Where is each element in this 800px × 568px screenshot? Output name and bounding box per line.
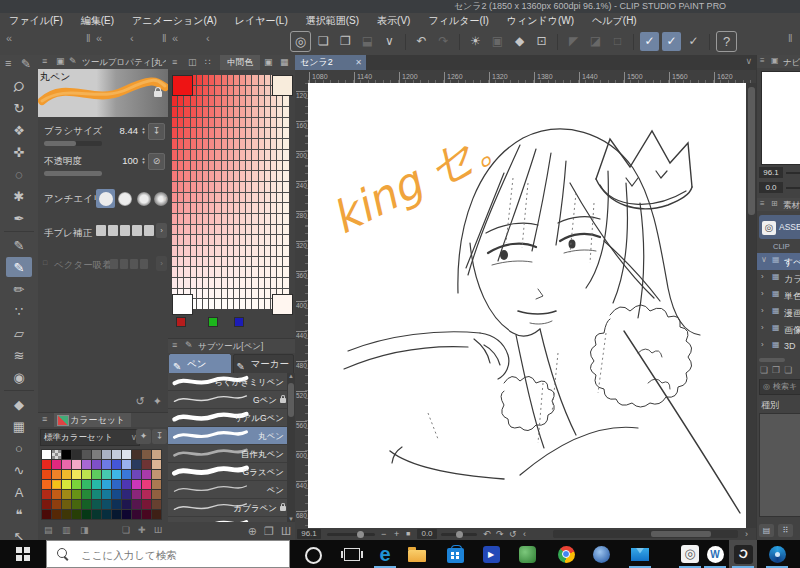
intermediate-color-cell[interactable] — [240, 128, 245, 138]
intermediate-color-cell[interactable] — [178, 214, 183, 224]
collapse-left-icon[interactable]: ‹ — [523, 528, 526, 540]
intermediate-color-cell[interactable] — [197, 86, 202, 96]
intermediate-color-cell[interactable] — [215, 225, 220, 235]
intermediate-color-cell[interactable] — [234, 214, 239, 224]
intermediate-color-cell[interactable] — [184, 278, 189, 288]
reset-defaults-icon[interactable]: ↺ — [136, 395, 145, 408]
color-swatch[interactable] — [62, 490, 71, 499]
intermediate-color-cell[interactable] — [191, 161, 196, 171]
intermediate-color-cell[interactable] — [277, 267, 282, 277]
intermediate-color-cell[interactable] — [178, 225, 183, 235]
intermediate-color-cell[interactable] — [277, 128, 282, 138]
menu-item[interactable]: レイヤー(L) — [226, 13, 297, 28]
intermediate-color-cell[interactable] — [277, 246, 282, 256]
intermediate-color-cell[interactable] — [240, 107, 245, 117]
color-swatch[interactable] — [142, 490, 151, 499]
intermediate-color-cell[interactable] — [271, 278, 276, 288]
green-swatch[interactable] — [208, 317, 218, 327]
color-swatch[interactable] — [152, 460, 161, 469]
color-swatch[interactable] — [102, 460, 111, 469]
subtool-item[interactable]: Gラスペン — [168, 463, 287, 481]
intermediate-color-cell[interactable] — [265, 235, 270, 245]
intermediate-color-cell[interactable] — [265, 214, 270, 224]
intermediate-color-cell[interactable] — [222, 278, 227, 288]
intermediate-color-cell[interactable] — [215, 139, 220, 149]
fill-icon[interactable]: ◆ — [510, 32, 529, 51]
intermediate-color-cell[interactable] — [283, 118, 288, 128]
intermediate-color-cell[interactable] — [209, 75, 214, 85]
intermediate-color-cell[interactable] — [240, 225, 245, 235]
intermediate-color-cell[interactable] — [222, 193, 227, 203]
intermediate-color-cell[interactable] — [172, 161, 177, 171]
color-swatch[interactable] — [142, 450, 151, 459]
intermediate-color-cell[interactable] — [222, 214, 227, 224]
intermediate-color-cell[interactable] — [197, 299, 202, 309]
lock-icon[interactable] — [154, 91, 162, 97]
vector-snap-checkbox[interactable]: □ — [43, 259, 47, 266]
color-swatch[interactable] — [142, 480, 151, 489]
intermediate-color-cell[interactable] — [259, 289, 264, 299]
intermediate-color-cell[interactable] — [252, 107, 257, 117]
blue-swatch[interactable] — [234, 317, 244, 327]
intermediate-color-cell[interactable] — [222, 86, 227, 96]
intermediate-color-cell[interactable] — [283, 96, 288, 106]
help-icon[interactable]: ? — [716, 31, 737, 52]
intermediate-color-cell[interactable] — [265, 289, 270, 299]
intermediate-color-cell[interactable] — [178, 182, 183, 192]
open-file-icon[interactable]: ❐ — [336, 32, 355, 51]
delete-subtool-icon[interactable]: Ш — [281, 525, 291, 538]
intermediate-color-cell[interactable] — [259, 128, 264, 138]
intermediate-color-cell[interactable] — [228, 139, 233, 149]
color-swatch[interactable] — [152, 500, 161, 509]
color-swatch[interactable] — [72, 470, 81, 479]
menu-item[interactable]: ヘルプ(H) — [583, 13, 646, 28]
intermediate-color-cell[interactable] — [209, 235, 214, 245]
intermediate-color-cell[interactable] — [172, 171, 177, 181]
intermediate-color-cell[interactable] — [271, 128, 276, 138]
wrench-icon[interactable]: ✦ — [136, 429, 151, 444]
intermediate-color-cell[interactable] — [209, 267, 214, 277]
intermediate-color-cell[interactable] — [178, 171, 183, 181]
intermediate-color-cell[interactable] — [228, 299, 233, 309]
collapse-chevron-icon[interactable]: « — [172, 32, 178, 44]
move-tool[interactable]: ✜ — [0, 141, 38, 163]
intermediate-color-cell[interactable] — [228, 289, 233, 299]
intermediate-color-cell[interactable] — [234, 171, 239, 181]
intermediate-color-cell[interactable] — [234, 289, 239, 299]
brush-size-preset-button[interactable]: ↧ — [148, 123, 165, 140]
intermediate-color-cell[interactable] — [197, 139, 202, 149]
intermediate-color-cell[interactable] — [184, 139, 189, 149]
color-swatch[interactable] — [102, 480, 111, 489]
intermediate-color-cell[interactable] — [271, 225, 276, 235]
intermediate-color-cell[interactable] — [228, 203, 233, 213]
collapse-chevron-icon[interactable]: « — [6, 32, 12, 44]
intermediate-color-cell[interactable] — [246, 214, 251, 224]
material-search-field[interactable]: ◎検索キ — [759, 379, 800, 395]
intermediate-color-cell[interactable] — [203, 225, 208, 235]
color-swatch[interactable] — [42, 460, 51, 469]
intermediate-color-cell[interactable] — [228, 96, 233, 106]
color-swatch[interactable] — [122, 480, 131, 489]
intermediate-color-cell[interactable] — [203, 257, 208, 267]
menu-item[interactable]: ファイル(F) — [0, 13, 72, 28]
reset-rotation-icon[interactable]: ↺ — [509, 528, 517, 540]
color-swatch[interactable] — [112, 470, 121, 479]
intermediate-color-cell[interactable] — [228, 75, 233, 85]
menu-item[interactable]: フィルター(I) — [419, 13, 497, 28]
intermediate-color-cell[interactable] — [277, 139, 282, 149]
color-swatch[interactable] — [52, 500, 61, 509]
color-swatch[interactable] — [132, 480, 141, 489]
color-swatch[interactable] — [112, 510, 121, 519]
stabilization-step[interactable] — [96, 225, 106, 236]
color-swatch[interactable] — [102, 470, 111, 479]
rotate-right-icon[interactable]: ↷ — [496, 528, 504, 540]
expand-icon[interactable]: › — [761, 340, 764, 349]
lasso-select-tool[interactable]: ◌ — [0, 163, 38, 185]
intermediate-color-cell[interactable] — [191, 182, 196, 192]
color-swatch[interactable] — [62, 460, 71, 469]
intermediate-color-cell[interactable] — [277, 118, 282, 128]
panel-menu-icon[interactable]: ≡ — [172, 340, 177, 350]
save-icon[interactable]: ⬓ — [358, 32, 377, 51]
intermediate-color-cell[interactable] — [283, 128, 288, 138]
intermediate-color-cell[interactable] — [252, 203, 257, 213]
